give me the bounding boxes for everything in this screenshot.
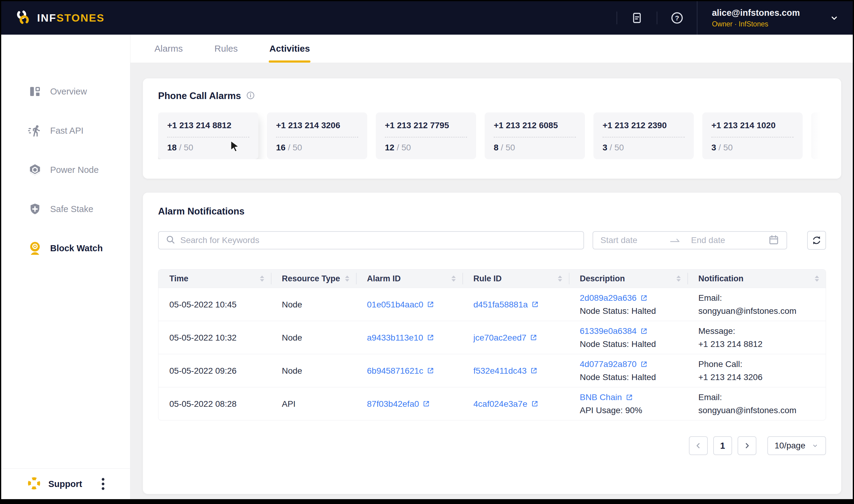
tab-activities[interactable]: Activities bbox=[269, 35, 310, 62]
support-label: Support bbox=[48, 479, 82, 489]
description-status: API Usage: 90% bbox=[580, 404, 687, 416]
sort-icon[interactable] bbox=[452, 275, 456, 282]
rule-id-link[interactable]: jce70ac2eed7 bbox=[473, 332, 538, 343]
phone-alarm-card[interactable]: +1 213 212 6085 8 / 50 bbox=[485, 112, 585, 159]
external-link-icon bbox=[529, 334, 538, 341]
prev-page-button[interactable] bbox=[689, 436, 708, 455]
phone-alarm-card[interactable]: +1 213 214 3206 16 / 50 bbox=[267, 112, 367, 159]
sort-icon[interactable] bbox=[558, 275, 562, 282]
alarm-usage-count: 12 / 50 bbox=[385, 143, 467, 152]
info-icon[interactable] bbox=[246, 91, 255, 101]
description-link[interactable]: 4d077a92a870 bbox=[580, 359, 648, 370]
phone-alarm-card[interactable]: +1 2 2 / 50 bbox=[811, 112, 826, 159]
phone-alarm-card[interactable]: +1 213 214 8812 18 / 50 bbox=[158, 112, 258, 159]
sort-icon[interactable] bbox=[260, 275, 264, 282]
alarm-id-link[interactable]: 87f03b42efa0 bbox=[367, 398, 430, 410]
alarm-id-link[interactable]: a9433b113e10 bbox=[367, 332, 434, 343]
chevron-down-icon[interactable] bbox=[829, 13, 839, 23]
alarm-id-link[interactable]: 01e051b4aac0 bbox=[367, 299, 434, 310]
docs-icon[interactable] bbox=[630, 11, 644, 25]
search-input[interactable] bbox=[180, 235, 577, 245]
external-link-icon bbox=[426, 301, 434, 308]
external-link-icon bbox=[640, 360, 648, 368]
cell-resource-type: Node bbox=[271, 365, 356, 376]
start-date-field[interactable]: Start date bbox=[600, 235, 670, 245]
alarm-usage-count: 16 / 50 bbox=[276, 143, 358, 152]
mouse-cursor-icon bbox=[230, 141, 241, 152]
sidebar-item-label: Block Watch bbox=[50, 244, 103, 253]
phone-alarm-card[interactable]: +1 213 212 2390 3 / 50 bbox=[593, 112, 694, 159]
search-icon bbox=[165, 235, 176, 246]
refresh-button[interactable] bbox=[807, 231, 826, 250]
alarm-id-link[interactable]: 6b945871621c bbox=[367, 365, 434, 376]
rule-id-link[interactable]: 4caf024e3a7e bbox=[473, 398, 539, 410]
account-menu[interactable]: alice@infstones.com Owner · InfStones bbox=[697, 8, 800, 28]
cell-time: 05-05-2022 10:45 bbox=[158, 299, 271, 310]
help-icon[interactable]: ? bbox=[670, 11, 684, 25]
table-body: 05-05-2022 10:45 Node 01e051b4aac0 d451f… bbox=[158, 288, 826, 420]
cell-alarm-id: a9433b113e10 bbox=[356, 332, 463, 343]
topbar-divider bbox=[657, 12, 657, 24]
page-size-select[interactable]: 10/page bbox=[767, 436, 826, 455]
cell-alarm-id: 6b945871621c bbox=[356, 365, 463, 376]
phone-alarm-card[interactable]: +1 213 212 7795 12 / 50 bbox=[376, 112, 476, 159]
rule-id-link[interactable]: d451fa58881a bbox=[473, 299, 539, 310]
notification-channel: Email: bbox=[698, 392, 826, 403]
alarm-notifications-panel: Alarm Notifications bbox=[143, 193, 841, 494]
dotted-divider bbox=[276, 137, 358, 138]
alarm-usage-count: 3 / 50 bbox=[603, 143, 685, 152]
description-link[interactable]: 61339e0a6384 bbox=[580, 325, 648, 337]
search-box[interactable] bbox=[158, 231, 584, 249]
column-header-notification[interactable]: Notification bbox=[687, 269, 826, 288]
sidebar-item-overview[interactable]: Overview bbox=[1, 84, 130, 99]
dotted-divider bbox=[167, 137, 249, 138]
fast-api-icon bbox=[28, 124, 42, 138]
safe-stake-icon bbox=[28, 202, 42, 216]
next-page-button[interactable] bbox=[737, 436, 756, 455]
notification-channel: Message: bbox=[698, 325, 826, 337]
cell-description: 4d077a92a870 Node Status: Halted bbox=[569, 359, 687, 383]
pagination: 1 10/page bbox=[158, 436, 826, 455]
support-lifebuoy-icon bbox=[28, 476, 41, 491]
phone-number: +1 213 214 3206 bbox=[276, 121, 358, 130]
date-range-picker[interactable]: Start date End date bbox=[593, 231, 787, 249]
tab-alarms[interactable]: Alarms bbox=[154, 35, 183, 62]
sort-icon[interactable] bbox=[815, 275, 819, 282]
sort-icon[interactable] bbox=[345, 275, 349, 282]
end-date-field[interactable]: End date bbox=[691, 235, 768, 245]
phone-number: +1 213 214 8812 bbox=[167, 121, 249, 130]
kebab-menu-icon[interactable] bbox=[101, 477, 105, 491]
power-node-icon bbox=[28, 163, 42, 177]
description-link[interactable]: BNB Chain bbox=[580, 392, 633, 403]
notification-target: songyuan@infstones.com bbox=[698, 404, 826, 416]
cell-description: BNB Chain API Usage: 90% bbox=[569, 392, 687, 416]
tab-rules[interactable]: Rules bbox=[214, 35, 238, 62]
table-header: Time Resource Type Alarm ID bbox=[158, 269, 826, 288]
cell-rule-id: f532e411dc43 bbox=[463, 365, 569, 376]
cell-description: 2d089a29a636 Node Status: Halted bbox=[569, 292, 687, 317]
sidebar-item-power-node[interactable]: Power Node bbox=[1, 163, 130, 177]
rule-id-link[interactable]: f532e411dc43 bbox=[473, 365, 538, 376]
sidebar-item-block-watch[interactable]: Block Watch bbox=[1, 241, 130, 255]
tab-bar: Alarms Rules Activities bbox=[130, 35, 853, 62]
sort-icon[interactable] bbox=[677, 275, 681, 282]
page-number-button[interactable]: 1 bbox=[713, 436, 732, 455]
phone-cards-scroller[interactable]: +1 213 214 8812 18 / 50 +1 213 214 3206 … bbox=[158, 112, 826, 159]
sidebar-item-fast-api[interactable]: Fast API bbox=[1, 123, 130, 138]
column-header-alarm-id[interactable]: Alarm ID bbox=[356, 269, 463, 288]
filters-toolbar: Start date End date bbox=[158, 231, 826, 250]
column-header-time[interactable]: Time bbox=[158, 269, 271, 288]
sidebar-item-safe-stake[interactable]: Safe Stake bbox=[1, 202, 130, 216]
dotted-divider bbox=[494, 137, 576, 138]
phone-alarm-card[interactable]: +1 213 214 1020 3 / 50 bbox=[702, 112, 803, 159]
description-status: Node Status: Halted bbox=[580, 372, 687, 383]
column-header-resource-type[interactable]: Resource Type bbox=[271, 269, 356, 288]
column-header-description[interactable]: Description bbox=[569, 269, 687, 288]
description-link[interactable]: 2d089a29a636 bbox=[580, 292, 648, 304]
support-button[interactable]: Support bbox=[1, 468, 130, 499]
external-link-icon bbox=[426, 334, 434, 341]
app-window: INFSTONES ? alice@infstones.com Owner bbox=[0, 0, 854, 504]
chevron-down-icon bbox=[812, 442, 819, 449]
brand-logo[interactable]: INFSTONES bbox=[15, 9, 105, 27]
column-header-rule-id[interactable]: Rule ID bbox=[463, 269, 569, 288]
